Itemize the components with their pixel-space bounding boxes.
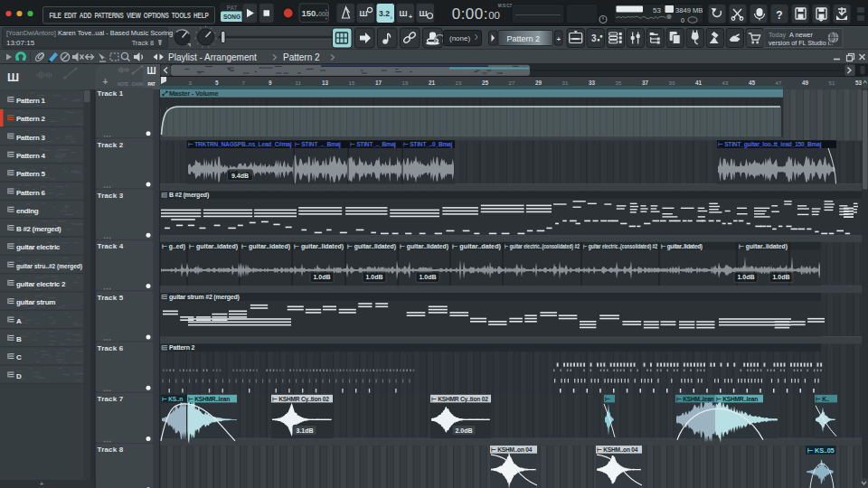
svg-text:2.0dB: 2.0dB: [455, 427, 472, 434]
svg-text:5: 5: [215, 80, 219, 86]
svg-text:25: 25: [482, 80, 489, 86]
svg-text:31: 31: [562, 80, 569, 86]
svg-text:Track 7: Track 7: [98, 395, 124, 403]
svg-text:3849 MB: 3849 MB: [675, 6, 703, 14]
svg-text:Track 5: Track 5: [98, 294, 124, 302]
svg-text:Pattern 2: Pattern 2: [169, 344, 194, 351]
svg-text:⊢ STINT_..0_Bmaj: ⊢ STINT_..0_Bmaj: [403, 141, 453, 148]
svg-text:⊢ guitar electric..(consolidat: ⊢ guitar electric..(consolidated) #2: [505, 243, 580, 250]
svg-text:B #2 (merged): B #2 (merged): [169, 192, 209, 199]
svg-text:B: B: [16, 335, 22, 343]
svg-text:D: D: [16, 372, 22, 380]
svg-text:11: 11: [296, 80, 302, 86]
svg-text:0:00:: 0:00:: [452, 5, 488, 23]
svg-text:⊢ STINT_.._Bmaj: ⊢ STINT_.._Bmaj: [350, 141, 396, 148]
svg-text:1.0dB: 1.0dB: [772, 274, 789, 280]
svg-text:⊢ guitar..lidated): ⊢ guitar..lidated): [739, 243, 788, 250]
svg-text:⊢ KS..05: ⊢ KS..05: [807, 446, 835, 455]
svg-text:15: 15: [349, 80, 355, 86]
svg-text:+: +: [40, 480, 44, 488]
svg-text:Track 1: Track 1: [98, 89, 124, 98]
svg-text:guitar strum #2 (merged): guitar strum #2 (merged): [169, 294, 240, 301]
svg-text:13: 13: [322, 80, 329, 86]
svg-text:Pattern 2: Pattern 2: [16, 115, 45, 123]
svg-text:⊢ guitar..idated): ⊢ guitar..idated): [241, 243, 290, 250]
svg-text:⊢ guitar electric..(consolidat: ⊢ guitar electric..(consolidated) #2: [583, 243, 657, 250]
svg-text:?: ?: [776, 9, 782, 22]
svg-text:⊢ guitar..dated): ⊢ guitar..dated): [452, 243, 501, 250]
svg-text:9.4dB: 9.4dB: [231, 173, 249, 179]
svg-text:Today: Today: [769, 31, 787, 39]
svg-text:Karen Tove..ual - Based Music: Karen Tove..ual - Based Music Scoring: [58, 29, 173, 37]
svg-text:35: 35: [616, 80, 622, 86]
svg-text:39: 39: [669, 80, 675, 86]
svg-text:FILE EDIT ADD PATTERNS VIE: FILE EDIT ADD PATTERNS VIEW OPTIONS TOOL…: [50, 11, 210, 20]
svg-text:⊢ guitar..lidated): ⊢ guitar..lidated): [400, 243, 448, 250]
svg-text:Track 3: Track 3: [98, 192, 124, 200]
svg-text:⊢ g..ed): ⊢ g..ed): [162, 243, 185, 250]
svg-text:19: 19: [402, 80, 409, 86]
svg-text:⊢ KSHM..lean: ⊢ KSHM..lean: [676, 396, 714, 402]
svg-text:⊢ guitar..lidated): ⊢ guitar..lidated): [294, 243, 344, 250]
svg-text:Track 4: Track 4: [98, 242, 124, 250]
svg-text:13:07:15: 13:07:15: [6, 39, 35, 47]
svg-text:53: 53: [653, 6, 661, 14]
svg-text:+: +: [819, 17, 823, 23]
svg-text:C: C: [16, 353, 22, 361]
svg-text:PAT: PAT: [148, 82, 156, 87]
svg-text:27: 27: [509, 80, 515, 86]
svg-text:ending: ending: [16, 207, 39, 215]
svg-text:53: 53: [855, 80, 863, 86]
svg-text:+: +: [409, 14, 412, 20]
svg-text:Ш: Ш: [7, 70, 19, 84]
svg-text:43: 43: [722, 80, 729, 86]
svg-text:49: 49: [802, 80, 809, 86]
svg-text:⊢: ⊢: [605, 396, 610, 402]
svg-text:45: 45: [749, 80, 756, 86]
svg-text:CHAN: CHAN: [132, 82, 144, 87]
svg-text:⊢ KSHMR..lean: ⊢ KSHMR..lean: [188, 396, 230, 402]
svg-text:M:S:CS: M:S:CS: [498, 4, 513, 8]
svg-text:⊢ KSHMR Cy..tion 02: ⊢ KSHMR Cy..tion 02: [431, 396, 488, 403]
svg-text:PAT: PAT: [227, 5, 238, 11]
svg-text:Pattern 5: Pattern 5: [16, 170, 45, 178]
svg-text:1.0dB: 1.0dB: [313, 274, 330, 280]
svg-text:₄: ₄: [390, 14, 392, 19]
svg-text:B #2 (merged): B #2 (merged): [16, 225, 61, 233]
svg-text:⌃: ⌃: [549, 33, 552, 37]
svg-text:37: 37: [642, 80, 649, 86]
svg-text:⊢ KS..n: ⊢ KS..n: [162, 396, 183, 402]
svg-text:29: 29: [535, 80, 542, 86]
svg-text:Pattern 1: Pattern 1: [16, 97, 45, 105]
svg-text:⊢ guitar..idated): ⊢ guitar..idated): [189, 243, 238, 250]
svg-text:Ш: Ш: [399, 9, 407, 18]
svg-text:guitar stru..#2 (merged): guitar stru..#2 (merged): [16, 262, 82, 270]
svg-text:1.0dB: 1.0dB: [419, 274, 436, 280]
svg-text:17: 17: [375, 80, 382, 86]
svg-text:A: A: [16, 317, 22, 325]
svg-text:⊢ KSHMR Cy..tion 02: ⊢ KSHMR Cy..tion 02: [272, 396, 329, 403]
svg-text:Pattern 4: Pattern 4: [16, 152, 45, 160]
svg-text:9: 9: [269, 80, 272, 86]
svg-text:23: 23: [456, 80, 462, 86]
svg-text:Pattern 3: Pattern 3: [16, 134, 45, 142]
svg-text:guitar electric: guitar electric: [16, 243, 61, 251]
svg-text:Master - Volume: Master - Volume: [169, 89, 218, 98]
svg-text:guitar electric 2: guitar electric 2: [16, 280, 66, 288]
svg-text:Pattern 2: Pattern 2: [506, 34, 540, 43]
svg-text:[YoanDwiAntoro]: [YoanDwiAntoro]: [6, 29, 56, 37]
svg-text:3: 3: [591, 33, 597, 43]
svg-text:⊢ TRKTRN_NAGSPB..ns_Lead_C#maj: ⊢ TRKTRN_NAGSPB..ns_Lead_C#maj: [188, 141, 292, 148]
svg-text:⊢ guitar..lidated): ⊢ guitar..lidated): [347, 243, 396, 250]
svg-text:⊢ KSHM..on 04: ⊢ KSHM..on 04: [597, 446, 638, 453]
svg-text:1.0dB: 1.0dB: [365, 274, 382, 280]
svg-text:Track 2: Track 2: [98, 141, 124, 149]
svg-text:Ш: Ш: [419, 9, 427, 18]
svg-text:Track 8: Track 8: [132, 39, 154, 47]
svg-text:A newer: A newer: [789, 31, 814, 39]
svg-text:Track 8: Track 8: [98, 446, 124, 454]
svg-text:Ш: Ш: [359, 9, 367, 18]
svg-text:3.2: 3.2: [379, 9, 390, 18]
svg-text:Track 6: Track 6: [98, 344, 124, 352]
svg-text:⊢ guitar..lidated): ⊢ guitar..lidated): [661, 243, 703, 250]
